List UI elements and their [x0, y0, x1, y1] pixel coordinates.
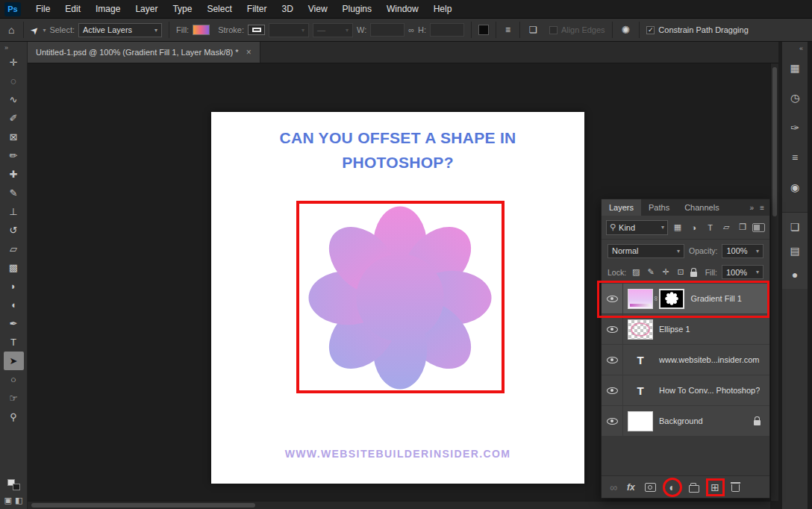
horizontal-scrollbar[interactable]	[28, 501, 770, 509]
path-arrangement-icon[interactable]: ❏	[527, 25, 540, 35]
document-page[interactable]: CAN YOU OFFSET A SHAPE IN PHOTOSHOP?	[211, 112, 584, 484]
eye-icon[interactable]	[607, 357, 618, 363]
tab-paths[interactable]: Paths	[641, 199, 677, 216]
dodge-tool[interactable]: ◖	[4, 296, 24, 314]
layer-row-gradient-fill-1[interactable]: ∞	[602, 284, 769, 314]
history-brush-tool[interactable]: ↺	[4, 221, 24, 240]
layer-style-fx-icon[interactable]: fx	[627, 482, 635, 493]
menu-edit[interactable]: Edit	[57, 0, 88, 19]
healing-brush-tool[interactable]: ✚	[4, 165, 24, 184]
constrain-path-dragging-checkbox[interactable]: ✓	[646, 26, 655, 34]
path-alignment-icon[interactable]: ≡	[503, 25, 513, 35]
blend-mode-dropdown[interactable]: Normal ▾	[608, 244, 684, 258]
ellipse-layer-thumbnail[interactable]	[628, 319, 653, 340]
history-icon[interactable]: ◷	[785, 88, 805, 107]
add-layer-mask-icon[interactable]	[645, 483, 656, 492]
filter-pixel-layers-icon[interactable]: ▦	[671, 220, 684, 235]
quick-mask-icon[interactable]: ▣	[4, 496, 12, 505]
path-selection-tool[interactable]: ➤	[4, 352, 24, 370]
lock-all-icon[interactable]	[690, 272, 697, 277]
tool-preset-caret-icon[interactable]: ▾	[43, 27, 46, 34]
layer-row-ellipse-1[interactable]: Ellipse 1	[602, 314, 769, 345]
menu-view[interactable]: View	[301, 0, 335, 19]
fill-swatch[interactable]	[193, 25, 210, 35]
filter-type-layers-icon[interactable]: T	[704, 220, 717, 235]
eye-icon[interactable]	[607, 418, 618, 425]
type-layer-thumbnail[interactable]: T	[628, 381, 653, 401]
tab-layers[interactable]: Layers	[602, 199, 641, 216]
lock-position-icon[interactable]: ✛	[660, 267, 671, 277]
delete-layer-icon[interactable]	[731, 482, 740, 492]
elliptical-marquee-tool[interactable]: ◌	[4, 72, 24, 90]
height-field[interactable]	[430, 23, 464, 37]
clone-stamp-tool[interactable]: ⊥	[4, 202, 24, 221]
tab-channels[interactable]: Channels	[677, 199, 726, 216]
eye-icon[interactable]	[607, 296, 618, 302]
lock-transparency-icon[interactable]: ▨	[631, 267, 641, 277]
filter-shape-layers-icon[interactable]: ▱	[719, 220, 733, 235]
blur-tool[interactable]: ◗	[4, 277, 24, 296]
visibility-cell[interactable]	[602, 375, 623, 405]
new-adjustment-layer-icon[interactable]: ◐	[669, 481, 675, 493]
select-mode-dropdown[interactable]: Active Layers ▾	[78, 23, 162, 37]
gradients-icon[interactable]: ●	[785, 265, 805, 284]
eyedropper-tool[interactable]: ✏	[4, 146, 24, 165]
gradient-fill-thumbnail[interactable]	[628, 289, 653, 309]
link-layers-icon[interactable]: ∞	[610, 481, 617, 493]
layer-row-howto-text[interactable]: T How To Conv... Photoshop?	[602, 375, 769, 406]
align-edges-checkbox[interactable]	[549, 26, 558, 34]
filter-kind-dropdown[interactable]: ⚲ Kind ▾	[606, 220, 668, 235]
color-icon[interactable]: ◉	[785, 178, 805, 197]
menu-window[interactable]: Window	[379, 0, 426, 19]
layer-row-website-text[interactable]: T www.websiteb...insider.com	[602, 345, 769, 375]
screen-mode-icon[interactable]: ◧	[15, 496, 22, 505]
gear-icon[interactable]: ✺	[619, 24, 633, 36]
expand-panels-icon[interactable]: «	[799, 42, 808, 58]
menu-file[interactable]: File	[28, 0, 57, 19]
brushes-icon[interactable]: ✑	[785, 118, 805, 137]
menu-plugins[interactable]: Plugins	[335, 0, 379, 19]
menu-3d[interactable]: 3D	[274, 0, 300, 19]
width-field[interactable]	[370, 23, 405, 37]
hand-tool[interactable]: ☞	[4, 389, 24, 407]
fill-dropdown[interactable]: 100% ▾	[722, 265, 763, 279]
current-tool-icon[interactable]: ➤	[28, 23, 42, 37]
properties-icon[interactable]: ≡	[785, 148, 805, 167]
stroke-swatch[interactable]	[248, 25, 265, 35]
background-layer-thumbnail[interactable]	[628, 411, 653, 431]
new-layer-icon[interactable]: ⊞	[710, 481, 719, 493]
vertical-scrollbar-thumb[interactable]	[772, 67, 777, 216]
menu-select[interactable]: Select	[199, 0, 239, 19]
eraser-tool[interactable]: ▱	[4, 240, 24, 258]
close-icon[interactable]: ×	[246, 47, 252, 57]
layer-mask-link-icon[interactable]: ∞	[652, 296, 660, 301]
menu-filter[interactable]: Filter	[240, 0, 275, 19]
stroke-width-dropdown[interactable]: ▾	[269, 23, 309, 37]
filter-smart-objects-icon[interactable]: ❒	[736, 220, 749, 235]
layers-icon[interactable]: ❏	[785, 217, 805, 237]
visibility-cell[interactable]	[602, 284, 623, 313]
horizontal-scrollbar-thumb[interactable]	[31, 503, 255, 508]
eye-icon[interactable]	[607, 326, 618, 333]
zoom-tool[interactable]: ⚲	[4, 407, 24, 426]
link-dimensions-icon[interactable]: ∞	[408, 25, 414, 34]
channels-icon[interactable]: ▤	[785, 241, 805, 260]
ellipse-tool[interactable]: ○	[4, 370, 24, 389]
libraries-icon[interactable]: ▦	[785, 58, 805, 78]
frame-tool[interactable]: ⊠	[4, 128, 24, 146]
home-icon[interactable]: ⌂	[6, 24, 16, 36]
path-operations-icon[interactable]	[478, 25, 489, 35]
layer-mask-thumbnail[interactable]	[659, 289, 684, 309]
object-selection-tool[interactable]: ✐	[4, 109, 24, 128]
vertical-scrollbar[interactable]	[770, 63, 778, 501]
type-tool[interactable]: T	[4, 333, 24, 352]
visibility-cell[interactable]	[602, 406, 623, 436]
menu-layer[interactable]: Layer	[128, 0, 165, 19]
layer-row-background[interactable]: Background	[602, 406, 769, 437]
opacity-dropdown[interactable]: 100% ▾	[722, 244, 763, 258]
eye-icon[interactable]	[607, 387, 618, 394]
type-layer-thumbnail[interactable]: T	[628, 350, 653, 370]
filter-toggle[interactable]	[752, 223, 765, 232]
toolbar-collapse-icon[interactable]: »	[0, 42, 11, 53]
brush-tool[interactable]: ✎	[4, 184, 24, 202]
